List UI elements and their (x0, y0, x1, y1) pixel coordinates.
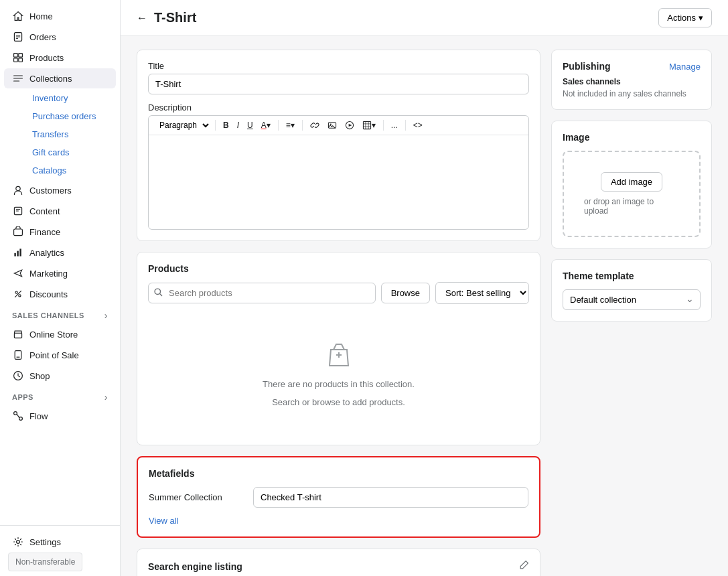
sidebar-item-collections[interactable]: Collections (4, 68, 116, 88)
sidebar-item-discounts[interactable]: Discounts (4, 284, 116, 304)
sidebar-item-transfers[interactable]: Transfers (24, 125, 116, 143)
metafields-label: Metafields (149, 468, 528, 479)
empty-text-2: Search or browse to add products. (272, 397, 405, 407)
svg-rect-5 (19, 54, 23, 58)
drop-text: or drop an image to upload (584, 197, 679, 216)
svg-line-25 (17, 415, 19, 418)
browse-button[interactable]: Browse (381, 283, 430, 303)
online-store-icon (12, 328, 24, 340)
image-label: Image (563, 132, 701, 143)
sidebar-item-orders[interactable]: Orders (4, 27, 116, 47)
analytics-icon (12, 246, 24, 259)
page-title: T-Shirt (154, 10, 196, 25)
align-button[interactable]: ≡ ▾ (283, 119, 298, 132)
seo-edit-button[interactable] (518, 560, 529, 573)
svg-point-36 (155, 289, 160, 294)
search-products-input[interactable] (148, 283, 376, 303)
svg-marker-30 (348, 124, 352, 127)
view-all-link[interactable]: View all (149, 516, 179, 526)
actions-button[interactable]: Actions ▾ (658, 8, 712, 27)
sidebar-item-catalogs[interactable]: Catalogs (24, 161, 116, 179)
svg-rect-27 (328, 123, 336, 128)
sidebar-item-settings[interactable]: Settings (4, 532, 116, 552)
sidebar-item-products[interactable]: Products (4, 48, 116, 68)
svg-point-8 (16, 186, 20, 190)
main-content: ← T-Shirt Actions ▾ Title Description (121, 0, 728, 576)
title-input[interactable] (148, 74, 529, 94)
theme-template-label: Theme template (563, 271, 701, 281)
svg-rect-4 (14, 54, 18, 58)
table-button[interactable]: ▾ (359, 119, 379, 132)
products-card: Products Browse Sort: Best selling (137, 252, 540, 445)
image-upload-area[interactable]: Add image or drop an image to upload (563, 151, 701, 237)
more-options-button[interactable]: ... (388, 119, 401, 132)
underline-button[interactable]: U (244, 119, 257, 132)
description-editor: Paragraph B I U A ▾ ≡ ▾ (148, 115, 529, 230)
svg-point-24 (19, 417, 23, 421)
sidebar-item-marketing[interactable]: Marketing (4, 263, 116, 283)
sidebar-item-purchase-orders[interactable]: Purchase orders (24, 107, 116, 125)
title-label: Title (148, 61, 529, 71)
metafields-row: Summer Collection (149, 487, 528, 508)
customers-icon (12, 184, 24, 196)
paragraph-select[interactable]: Paragraph (154, 119, 211, 132)
apps-label: Apps › (0, 386, 120, 405)
description-textarea[interactable] (149, 135, 528, 229)
search-wrap (148, 283, 376, 303)
sales-channels-sublabel: Sales channels (563, 77, 701, 86)
theme-select[interactable]: Default collection Custom template (563, 289, 701, 310)
home-icon (12, 10, 24, 22)
text-color-button[interactable]: A ▾ (258, 119, 274, 132)
video-button[interactable] (342, 119, 358, 132)
sidebar-item-shop[interactable]: Shop (4, 366, 116, 386)
svg-rect-14 (17, 251, 18, 257)
code-view-button[interactable]: <> (410, 119, 426, 132)
sidebar-item-analytics[interactable]: Analytics (4, 242, 116, 263)
sidebar-item-online-store[interactable]: Online Store (4, 324, 116, 344)
svg-point-16 (15, 291, 17, 293)
sidebar-item-customers[interactable]: Customers (4, 180, 116, 200)
summer-collection-input[interactable] (253, 487, 528, 508)
svg-point-17 (19, 295, 21, 297)
sidebar-item-content[interactable]: Content (4, 201, 116, 221)
seo-label: Search engine listing (148, 561, 242, 572)
products-label: Products (148, 263, 529, 274)
italic-button[interactable]: I (234, 119, 242, 132)
publishing-label: Publishing (563, 61, 611, 72)
content-icon (12, 205, 24, 217)
sidebar: Home Orders Products Colle (0, 0, 121, 576)
summer-collection-label: Summer Collection (149, 492, 242, 502)
flow-icon (12, 410, 24, 422)
sidebar-item-inventory[interactable]: Inventory (24, 89, 116, 107)
metafields-card: Metafields Summer Collection View all (137, 456, 540, 538)
image-insert-button[interactable] (324, 119, 340, 132)
sidebar-item-gift-cards[interactable]: Gift cards (24, 143, 116, 161)
add-image-button[interactable]: Add image (601, 172, 662, 192)
finance-icon (12, 226, 24, 238)
pos-icon (12, 349, 24, 361)
description-label: Description (148, 102, 529, 113)
link-button[interactable] (307, 119, 323, 132)
rte-toolbar: Paragraph B I U A ▾ ≡ ▾ (149, 116, 528, 135)
empty-products-icon (323, 339, 355, 371)
sidebar-item-flow[interactable]: Flow (4, 406, 116, 426)
products-icon (12, 52, 24, 64)
sort-select[interactable]: Sort: Best selling (435, 282, 529, 304)
sidebar-item-home[interactable]: Home (4, 6, 116, 26)
theme-template-card: Theme template Default collection Custom… (551, 259, 712, 321)
marketing-icon (12, 267, 24, 279)
shop-icon (12, 370, 24, 382)
svg-point-26 (17, 541, 20, 544)
theme-select-wrap: Default collection Custom template (563, 289, 701, 310)
sidebar-item-point-of-sale[interactable]: Point of Sale (4, 345, 116, 365)
svg-rect-6 (14, 58, 18, 62)
publishing-status: Not included in any sales channels (563, 89, 701, 98)
svg-rect-15 (19, 248, 21, 256)
sidebar-item-finance[interactable]: Finance (4, 222, 116, 242)
empty-text-1: There are no products in this collection… (263, 379, 415, 389)
bold-button[interactable]: B (220, 119, 232, 132)
page-header: ← T-Shirt Actions ▾ (121, 0, 728, 36)
manage-link[interactable]: Manage (669, 62, 701, 72)
back-button[interactable]: ← (137, 12, 147, 24)
image-card: Image Add image or drop an image to uplo… (551, 121, 712, 248)
